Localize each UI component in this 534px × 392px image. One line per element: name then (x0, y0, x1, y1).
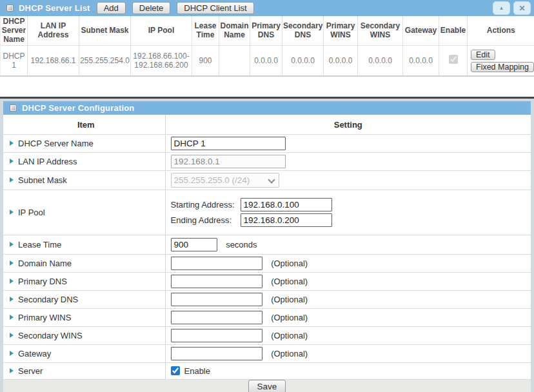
config-panel-title: DHCP Server Configuration (22, 103, 135, 113)
item-bullet-icon (10, 368, 14, 373)
row-gateway: Gateway (Optional) (3, 344, 531, 362)
cell-ip-pool: 192.168.66.100-192.168.66.200 (131, 46, 192, 76)
add-button[interactable]: Add (97, 2, 126, 14)
arrow-up-icon: ▲ (499, 6, 504, 11)
field-label: IP Pool (18, 208, 45, 217)
field-label: Primary WINS (18, 313, 71, 322)
cell-primary-wins: 0.0.0.0 (324, 46, 358, 76)
secondary-wins-input[interactable] (171, 329, 262, 342)
lease-time-input[interactable] (171, 238, 217, 251)
close-icon: ✕ (519, 5, 525, 12)
ending-address-label: Ending Address: (171, 215, 241, 225)
window-controls: ▲ ✕ (493, 1, 531, 15)
config-header-row: Item Setting (3, 115, 531, 134)
starting-address-input[interactable] (241, 198, 332, 211)
item-bullet-icon (10, 279, 14, 284)
gateway-input[interactable] (171, 347, 262, 360)
cell-secondary-wins: 0.0.0.0 (358, 46, 403, 76)
optional-hint: (Optional) (271, 349, 308, 358)
cell-enable (439, 46, 468, 76)
item-bullet-icon (10, 141, 14, 146)
setting-header: Setting (165, 115, 531, 134)
col-ip-pool: IP Pool (131, 16, 192, 46)
col-enable: Enable (439, 16, 468, 46)
col-primary-dns: Primary DNS (250, 16, 282, 46)
cell-domain-name (219, 46, 250, 76)
optional-hint: (Optional) (271, 295, 308, 304)
row-dhcp-server-name: DHCP Server Name (3, 134, 531, 152)
panel-square-icon (6, 5, 14, 12)
row-secondary-dns: Secondary DNS (Optional) (3, 290, 531, 308)
save-button[interactable]: Save (248, 380, 286, 392)
item-bullet-icon (10, 260, 14, 266)
table-header-row: DHCP Server Name LAN IP Address Subnet M… (1, 16, 534, 46)
delete-button[interactable]: Delete (132, 2, 171, 14)
config-footer: Save (3, 380, 531, 392)
row-primary-dns: Primary DNS (Optional) (3, 272, 531, 290)
config-table: Item Setting DHCP Server Name LAN IP Add… (3, 115, 531, 380)
col-domain-name: Domain Name (219, 16, 250, 46)
fixed-mapping-button[interactable]: Fixed Mapping (471, 62, 534, 72)
item-bullet-icon (10, 297, 14, 302)
col-dhcp-server-name: DHCP Server Name (1, 16, 28, 46)
config-panel-header: DHCP Server Configuration (3, 101, 531, 115)
field-label: Secondary DNS (18, 295, 78, 304)
col-actions: Actions (468, 16, 534, 46)
cell-gateway: 0.0.0.0 (403, 46, 439, 76)
row-lan-ip-address: LAN IP Address (3, 152, 531, 170)
col-gateway: Gateway (403, 16, 439, 46)
field-label: Primary DNS (18, 277, 67, 286)
dhcp-server-name-input[interactable] (171, 137, 286, 150)
optional-hint: (Optional) (271, 277, 308, 286)
dhcp-server-list-panel: DHCP Server List Add Delete DHCP Client … (0, 0, 534, 77)
field-label: Secondary WINS (18, 331, 83, 340)
subnet-mask-select: 255.255.255.0 (/24) (171, 173, 279, 188)
item-bullet-icon (10, 333, 14, 338)
ending-address-input[interactable] (241, 213, 332, 227)
row-ip-pool: IP Pool Starting Address: Ending Address… (3, 190, 531, 235)
field-label: Domain Name (18, 259, 72, 268)
item-bullet-icon (10, 242, 14, 247)
col-secondary-dns: Secondary DNS (282, 16, 324, 46)
item-bullet-icon (10, 177, 14, 182)
server-enable-label: Enable (184, 366, 210, 376)
lan-ip-address-input (171, 155, 286, 168)
row-domain-name: Domain Name (Optional) (3, 254, 531, 272)
cell-secondary-dns: 0.0.0.0 (282, 46, 324, 76)
subnet-mask-select-wrap: 255.255.255.0 (/24) (171, 173, 279, 188)
item-header: Item (3, 115, 165, 134)
row-secondary-wins: Secondary WINS (Optional) (3, 326, 531, 344)
optional-hint: (Optional) (271, 259, 308, 268)
collapse-button[interactable]: ▲ (493, 1, 510, 15)
lease-time-unit: seconds (226, 240, 257, 250)
primary-dns-input[interactable] (171, 275, 262, 288)
dhcp-client-list-button[interactable]: DHCP Client List (177, 2, 253, 14)
close-button[interactable]: ✕ (513, 1, 531, 15)
secondary-dns-input[interactable] (171, 293, 262, 306)
cell-primary-dns: 0.0.0.0 (250, 46, 282, 76)
domain-name-input[interactable] (171, 257, 262, 270)
col-lan-ip: LAN IP Address (28, 16, 79, 46)
cell-subnet-mask: 255.255.254.0 (79, 46, 131, 76)
server-enable-checkbox[interactable] (171, 366, 180, 375)
dhcp-server-table: DHCP Server Name LAN IP Address Subnet M… (0, 16, 534, 77)
primary-wins-input[interactable] (171, 311, 262, 324)
cell-actions: Edit Fixed Mapping (468, 46, 534, 76)
panel-square-icon (10, 104, 17, 112)
field-label: Gateway (18, 349, 51, 358)
row-server: Server Enable (3, 362, 531, 379)
optional-hint: (Optional) (271, 331, 308, 340)
list-panel-title: DHCP Server List (19, 3, 90, 13)
col-subnet-mask: Subnet Mask (79, 16, 131, 46)
item-bullet-icon (10, 210, 14, 215)
starting-address-label: Starting Address: (171, 200, 241, 210)
edit-button[interactable]: Edit (471, 50, 495, 60)
list-panel-header: DHCP Server List Add Delete DHCP Client … (0, 0, 534, 16)
item-bullet-icon (10, 351, 14, 356)
field-label: Server (18, 366, 43, 376)
cell-lease-time: 900 (192, 46, 219, 76)
optional-hint: (Optional) (271, 313, 308, 322)
field-label: LAN IP Address (18, 157, 77, 166)
field-label: DHCP Server Name (18, 139, 94, 148)
field-label: Subnet Mask (18, 175, 67, 185)
